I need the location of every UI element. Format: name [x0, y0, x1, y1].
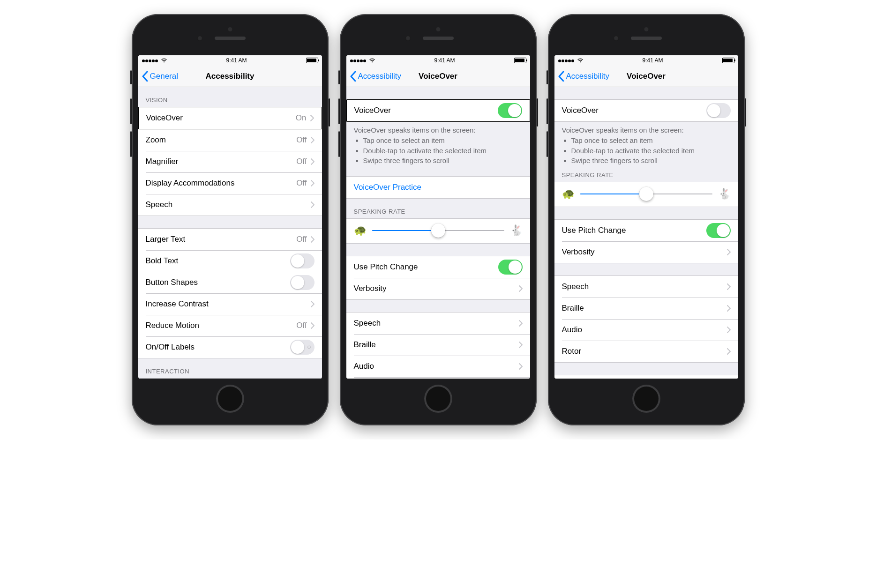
chevron-right-icon	[311, 158, 314, 165]
toggle-voiceover[interactable]	[706, 103, 731, 118]
toggle-voiceover[interactable]	[498, 103, 522, 118]
row-label: Larger Text	[146, 235, 297, 244]
earpiece-speaker-icon	[631, 37, 662, 40]
slider-track[interactable]	[580, 194, 712, 194]
side-button-mute	[338, 70, 340, 84]
footer-bullet: Swipe three fingers to scroll	[363, 156, 523, 165]
toggle-bold-text[interactable]	[290, 253, 314, 268]
row-use-pitch-change[interactable]: Use Pitch Change	[554, 220, 738, 241]
status-time: 9:41 AM	[642, 57, 663, 64]
row-reduce-motion[interactable]: Reduce Motion Off	[138, 315, 322, 336]
back-label: Accessibility	[566, 72, 610, 81]
back-label: Accessibility	[358, 72, 402, 81]
home-button[interactable]	[424, 385, 452, 413]
toggle-use-pitch[interactable]	[706, 223, 731, 238]
row-larger-text[interactable]: Larger Text Off	[138, 229, 322, 250]
slider-speaking-rate[interactable]: 🐢 🐇	[346, 218, 530, 244]
row-verbosity[interactable]: Verbosity	[346, 278, 530, 299]
screen-accessibility: 9:41 AM General Accessibility Vision Voi…	[138, 55, 322, 379]
row-label: Reduce Motion	[146, 321, 297, 330]
row-use-pitch-change[interactable]: Use Pitch Change	[346, 256, 530, 278]
row-speech[interactable]: Speech	[346, 313, 530, 334]
toggle-use-pitch[interactable]	[498, 260, 523, 275]
row-zoom[interactable]: Zoom Off	[138, 129, 322, 151]
row-voiceover[interactable]: VoiceOver On	[139, 107, 322, 129]
earpiece-speaker-icon	[423, 37, 454, 40]
row-voiceover-highlight: VoiceOver	[346, 99, 530, 122]
row-speech[interactable]: Speech	[554, 276, 738, 298]
toggle-button-shapes[interactable]	[290, 275, 314, 290]
row-audio[interactable]: Audio	[554, 319, 738, 341]
footer-bullet: Tap once to select an item	[363, 136, 523, 145]
wifi-icon	[577, 58, 584, 63]
section-header-vision: Vision	[138, 87, 322, 107]
row-label: Speech	[354, 319, 519, 328]
home-button[interactable]	[216, 385, 244, 413]
toggle-onoff-labels[interactable]	[290, 340, 314, 355]
side-button-vol-up	[338, 98, 340, 124]
row-typing-style[interactable]: Typing Style Standard Typing	[554, 375, 738, 379]
row-label: VoiceOver Practice	[354, 183, 523, 192]
chevron-right-icon	[727, 249, 731, 255]
row-voiceover-toggle[interactable]: VoiceOver	[554, 100, 738, 121]
battery-icon	[514, 58, 526, 63]
chevron-right-icon	[519, 320, 523, 327]
phone-frame: 9:41 AM Accessibility VoiceOver VoiceOve…	[548, 14, 745, 425]
chevron-right-icon	[727, 348, 731, 355]
slider-track[interactable]	[372, 230, 504, 231]
row-bold-text[interactable]: Bold Text	[138, 250, 322, 272]
row-voiceover-toggle[interactable]: VoiceOver	[347, 100, 530, 121]
slider-knob[interactable]	[431, 223, 445, 238]
row-value: Off	[296, 135, 307, 145]
back-button[interactable]: Accessibility	[350, 71, 402, 82]
side-button-vol-up	[130, 98, 132, 124]
back-button[interactable]: Accessibility	[558, 71, 610, 82]
front-camera-icon	[614, 36, 619, 41]
proximity-sensor-icon	[228, 27, 232, 31]
row-label: Audio	[354, 362, 519, 371]
row-label: Display Accommodations	[146, 179, 297, 188]
row-label: VoiceOver	[146, 113, 296, 123]
slider-speaking-rate[interactable]: 🐢 🐇	[554, 182, 738, 207]
footer-bullet: Double-tap to activate the selected item	[363, 146, 523, 156]
row-voiceover-highlight: VoiceOver On	[138, 107, 322, 129]
slider-knob[interactable]	[639, 187, 653, 201]
row-braille[interactable]: Braille	[346, 334, 530, 356]
row-onoff-labels[interactable]: On/Off Labels	[138, 336, 322, 358]
back-button[interactable]: General	[142, 71, 178, 82]
footer-bullet: Double-tap to activate the selected item	[571, 146, 731, 156]
nav-bar: General Accessibility	[138, 66, 322, 87]
chevron-left-icon	[350, 71, 356, 82]
row-speech[interactable]: Speech	[138, 194, 322, 216]
chevron-right-icon	[311, 137, 314, 143]
row-label: Verbosity	[562, 247, 727, 257]
row-display-accommodations[interactable]: Display Accommodations Off	[138, 172, 322, 194]
home-button[interactable]	[632, 385, 660, 413]
wifi-icon	[369, 58, 375, 63]
chevron-right-icon	[519, 285, 523, 292]
side-button-power	[537, 98, 538, 127]
row-label: Magnifier	[146, 157, 297, 166]
chevron-right-icon	[727, 305, 731, 312]
row-braille[interactable]: Braille	[554, 298, 738, 319]
hare-icon: 🐇	[510, 224, 523, 237]
row-value: Off	[296, 179, 307, 188]
row-audio[interactable]: Audio	[346, 356, 530, 377]
row-increase-contrast[interactable]: Increase Contrast	[138, 293, 322, 315]
row-verbosity[interactable]: Verbosity	[554, 241, 738, 263]
chevron-right-icon	[311, 236, 314, 243]
phone-frame: 9:41 AM Accessibility VoiceOver VoiceOve…	[340, 14, 537, 425]
row-label: VoiceOver	[562, 106, 706, 115]
chevron-right-icon	[311, 201, 314, 208]
row-magnifier[interactable]: Magnifier Off	[138, 151, 322, 172]
row-voiceover-practice[interactable]: VoiceOver Practice	[346, 177, 530, 198]
row-button-shapes[interactable]: Button Shapes	[138, 272, 322, 293]
section-header-speaking-rate: Speaking Rate	[346, 199, 530, 218]
chevron-right-icon	[311, 301, 314, 307]
wifi-icon	[161, 58, 167, 63]
section-header-interaction: Interaction	[138, 358, 322, 378]
row-rotor[interactable]: Rotor	[554, 341, 738, 362]
nav-title: Accessibility	[206, 72, 255, 81]
section-header-speaking-rate: Speaking Rate	[554, 168, 738, 182]
signal-dots-icon	[558, 57, 575, 64]
